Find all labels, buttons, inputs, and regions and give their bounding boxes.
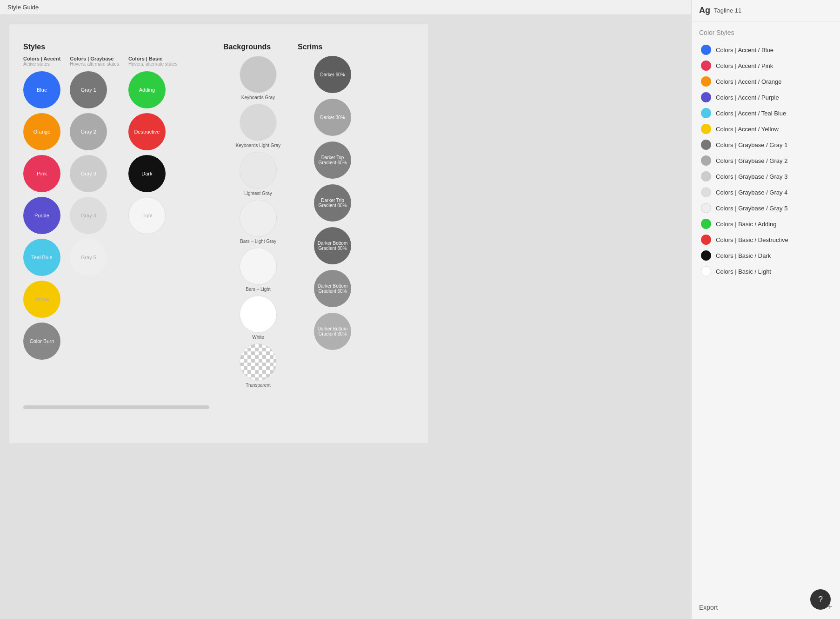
scrim-circle-darkerbottom30: Darker Bottom Gradient 30%: [314, 313, 351, 350]
color-style-accent-purple[interactable]: Colors | Accent / Purple: [699, 89, 833, 105]
color-style-gray5[interactable]: Colors | Graybase / Gray 5: [699, 200, 833, 216]
color-style-accent-blue[interactable]: Colors | Accent / Blue: [699, 42, 833, 58]
circle-gray4: Gray 4: [70, 197, 107, 234]
color-style-accent-tealblue[interactable]: Colors | Accent / Teal Blue: [699, 105, 833, 121]
dot-gray3: [701, 171, 711, 182]
bg-label-lightest-gray: Lightest Gray: [244, 191, 272, 196]
dot-basic-light: [701, 266, 711, 276]
style-guide-frame: Styles Backgrounds Scrims: [9, 24, 428, 443]
circle-gray1: Gray 1: [70, 71, 107, 108]
accent-subtitle: Active states: [23, 61, 60, 67]
color-style-basic-destructive[interactable]: Colors | Basic / Destructive: [699, 232, 833, 248]
label-accent-orange: Colors | Accent / Orange: [716, 78, 781, 85]
dot-accent-pink: [701, 61, 711, 71]
color-style-basic-dark[interactable]: Colors | Basic / Dark: [699, 248, 833, 263]
circle-yellow: Yellow: [23, 281, 60, 318]
scrim-darkerbottom80: Darker Bottom Gradient 80%: [298, 227, 367, 266]
title-bar: Style Guide: [0, 0, 691, 15]
label-accent-yellow: Colors | Accent / Yellow: [716, 126, 779, 133]
export-label: Export: [699, 604, 718, 611]
label-accent-pink: Colors | Accent / Pink: [716, 62, 773, 69]
color-styles-title: Color Styles: [699, 29, 833, 36]
help-icon: ?: [818, 595, 823, 605]
circle-light: Light: [128, 197, 166, 234]
circle-tealblue: Teal Blue: [23, 239, 60, 276]
scrollbar[interactable]: [23, 405, 209, 409]
main-area: Style Guide Styles Backgrounds Scrims: [0, 0, 691, 619]
scrim-circle-darkertop60: Darker Top Gradient 60%: [314, 141, 351, 179]
help-button[interactable]: ?: [810, 589, 831, 610]
backgrounds-label: Backgrounds: [223, 43, 271, 51]
color-styles-section[interactable]: Color Styles Colors | Accent / Blue Colo…: [692, 21, 840, 595]
circle-gray5: Gray 5: [70, 239, 107, 276]
scrim-darkertop60: Darker Top Gradient 60%: [298, 141, 367, 181]
backgrounds-col: Keyboards Gray Keyboards Light Gray Ligh…: [223, 56, 293, 391]
color-style-basic-adding[interactable]: Colors | Basic / Adding: [699, 216, 833, 232]
circle-colorburn: Color Burn: [23, 323, 60, 360]
accent-col: Colors | Accent Active states Blue Orang…: [23, 56, 60, 362]
color-style-accent-yellow[interactable]: Colors | Accent / Yellow: [699, 121, 833, 137]
basic-col: Colors | Basic Hovers, alternate states …: [128, 56, 178, 362]
tagline-text: Tagline 11: [714, 7, 741, 14]
circle-gray3: Gray 3: [70, 155, 107, 192]
dot-gray5: [701, 203, 711, 213]
bg-label-transparent: Transparent: [246, 383, 271, 388]
circle-gray2: Gray 2: [70, 113, 107, 150]
label-gray4: Colors | Graybase / Gray 4: [716, 189, 787, 196]
dot-accent-tealblue: [701, 108, 711, 118]
scrims-label: Scrims: [298, 43, 322, 51]
accent-header: Colors | Accent Active states: [23, 56, 60, 67]
bg-circle-bars-lightgray: [240, 200, 277, 237]
label-basic-light: Colors | Basic / Light: [716, 268, 771, 275]
color-style-gray1[interactable]: Colors | Graybase / Gray 1: [699, 137, 833, 153]
scrim-darker60: Darker 60%: [298, 56, 367, 95]
circle-orange: Orange: [23, 113, 60, 150]
color-style-basic-light[interactable]: Colors | Basic / Light: [699, 263, 833, 279]
accent-title: Colors | Accent: [23, 56, 60, 61]
basic-title: Colors | Basic: [128, 56, 178, 61]
dot-gray4: [701, 187, 711, 197]
bg-white: White: [223, 296, 293, 340]
page-title: Style Guide: [7, 4, 39, 11]
dot-accent-blue: [701, 45, 711, 55]
scrim-darkerbottom60: Darker Bottom Gradient 60%: [298, 270, 367, 309]
label-accent-tealblue: Colors | Accent / Teal Blue: [716, 110, 786, 117]
dot-accent-yellow: [701, 124, 711, 134]
dot-gray2: [701, 155, 711, 166]
color-style-gray4[interactable]: Colors | Graybase / Gray 4: [699, 184, 833, 200]
right-panel: Ag Tagline 11 Color Styles Colors | Acce…: [691, 0, 840, 619]
bg-label-keyboards-lightgray: Keyboards Light Gray: [236, 143, 281, 148]
color-style-accent-orange[interactable]: Colors | Accent / Orange: [699, 74, 833, 89]
circle-purple: Purple: [23, 197, 60, 234]
scrim-circle-darkerbottom80: Darker Bottom Gradient 80%: [314, 227, 351, 264]
bg-bars-light: Bars – Light: [223, 248, 293, 292]
graybase-header: Colors | Graybase Hovers, alternate stat…: [70, 56, 119, 67]
circle-pink: Pink: [23, 155, 60, 192]
dot-accent-purple: [701, 92, 711, 102]
circle-dark: Dark: [128, 155, 166, 192]
scrim-circle-darkertrip80: Darker Trip Gradient 80%: [314, 184, 351, 222]
bg-transparent: Transparent: [223, 343, 293, 388]
graybase-subtitle: Hovers, alternate states: [70, 61, 119, 67]
color-style-gray2[interactable]: Colors | Graybase / Gray 2: [699, 153, 833, 168]
basic-subtitle: Hovers, alternate states: [128, 61, 178, 67]
color-style-accent-pink[interactable]: Colors | Accent / Pink: [699, 58, 833, 74]
basic-header: Colors | Basic Hovers, alternate states: [128, 56, 178, 67]
color-style-gray3[interactable]: Colors | Graybase / Gray 3: [699, 168, 833, 184]
styles-label: Styles: [23, 43, 45, 51]
ag-badge: Ag: [699, 6, 710, 15]
dot-basic-destructive: [701, 235, 711, 245]
label-accent-purple: Colors | Accent / Purple: [716, 94, 779, 101]
scrims-col: Darker 60% Darker 30% Darker Top Gradien…: [298, 56, 367, 356]
scrim-darker30: Darker 30%: [298, 99, 367, 138]
scrim-circle-darker60: Darker 60%: [314, 56, 351, 93]
canvas-area[interactable]: Styles Backgrounds Scrims: [0, 15, 691, 619]
dot-gray1: [701, 140, 711, 150]
bg-circle-keyboards-lightgray: [240, 104, 277, 141]
bg-circle-bars-light: [240, 248, 277, 285]
right-panel-top: Ag Tagline 11: [692, 0, 840, 21]
bg-circle-lightest-gray: [240, 152, 277, 189]
circle-blue: Blue: [23, 71, 60, 108]
scrim-darkertrip80: Darker Trip Gradient 80%: [298, 184, 367, 223]
label-gray5: Colors | Graybase / Gray 5: [716, 205, 787, 212]
